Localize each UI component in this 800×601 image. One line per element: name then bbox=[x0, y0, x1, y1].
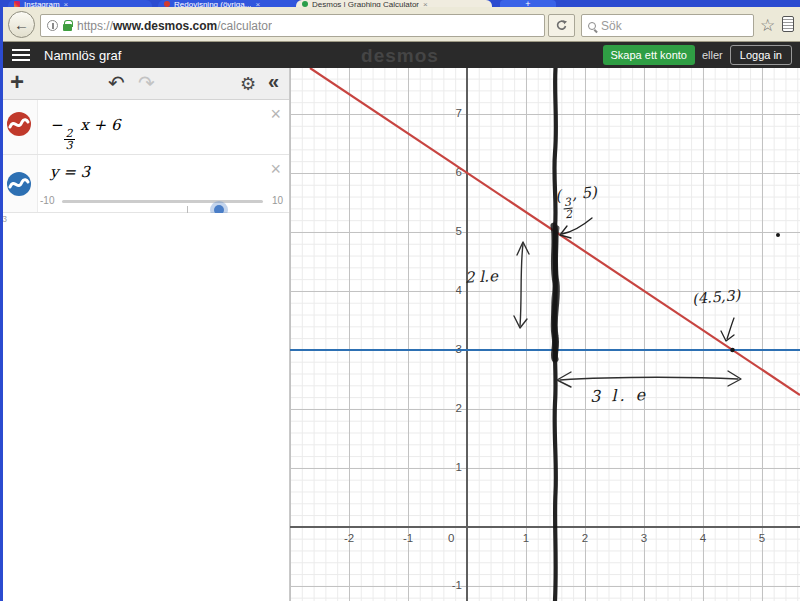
browser-tab-bar: Instagram × Redovisning (övriga... × Des… bbox=[0, 0, 800, 7]
expression-latex[interactable]: −23 x + 6 bbox=[50, 116, 120, 151]
horizontal-measure-arrow bbox=[557, 371, 741, 387]
desmos-header: Namnlös graf desmos Skapa ett konto elle… bbox=[0, 42, 800, 68]
signup-button[interactable]: Skapa ett konto bbox=[603, 45, 695, 65]
login-button[interactable]: Logga in bbox=[730, 45, 792, 65]
page-info-icon[interactable] bbox=[47, 20, 58, 31]
slider-max-label[interactable]: 10 bbox=[272, 195, 283, 206]
tab-redovisning[interactable]: Redovisning (övriga... × bbox=[158, 0, 300, 7]
gear-icon[interactable]: ⚙ bbox=[240, 73, 256, 95]
expression-style-cell[interactable] bbox=[0, 100, 38, 154]
drawn-line-scribble bbox=[554, 228, 557, 358]
url-path: /calculator bbox=[217, 19, 272, 33]
point1-arrow bbox=[560, 218, 592, 238]
bookmark-star-icon[interactable]: ☆ bbox=[760, 15, 775, 36]
slider: -10 10 bbox=[38, 191, 289, 213]
reload-icon bbox=[555, 19, 568, 32]
expressions-panel: + ↶ ↷ ⚙ « 1 −23 x + 6 × 2 bbox=[0, 68, 290, 601]
back-button[interactable]: ← bbox=[8, 11, 35, 38]
vertical-measure-arrow bbox=[514, 242, 529, 328]
browser-window: Instagram × Redovisning (övriga... × Des… bbox=[0, 0, 800, 601]
search-box[interactable] bbox=[581, 14, 754, 37]
graph-canvas[interactable]: -2 -1 1 2 3 4 5 0 7 6 5 4 3 2 1 -1 bbox=[290, 68, 800, 601]
stray-dot bbox=[776, 233, 780, 237]
url-text: https://www.desmos.com/calculator bbox=[77, 19, 272, 33]
browser-navbar: ← https://www.desmos.com/calculator ☆ bbox=[0, 7, 800, 42]
point1-annotation: (32, 5) bbox=[554, 183, 599, 221]
window-border bbox=[0, 7, 3, 601]
expression-row-3[interactable]: 3 bbox=[0, 213, 289, 253]
or-label: eller bbox=[702, 49, 723, 61]
search-input[interactable] bbox=[601, 19, 731, 33]
tab-instagram[interactable]: Instagram × bbox=[8, 0, 152, 7]
new-tab-button[interactable]: + bbox=[500, 0, 556, 7]
delete-expression-icon[interactable]: × bbox=[270, 159, 281, 180]
bookmarks-list-icon[interactable] bbox=[782, 16, 794, 32]
expression-row-1[interactable]: 1 −23 x + 6 × bbox=[0, 100, 289, 155]
url-bar[interactable]: https://www.desmos.com/calculator bbox=[40, 14, 545, 37]
point2-arrow bbox=[721, 318, 734, 341]
delete-expression-icon[interactable]: × bbox=[270, 104, 281, 125]
expression-latex[interactable]: y = 3 bbox=[50, 163, 90, 181]
intersection-point[interactable] bbox=[730, 348, 735, 353]
vertical-measure-label: 2 l.e bbox=[465, 267, 499, 287]
slider-track[interactable] bbox=[62, 200, 263, 203]
expression-row-2[interactable]: 2 y = 3 × -10 10 bbox=[0, 155, 289, 213]
search-icon bbox=[588, 22, 596, 30]
tab-desmos-active[interactable]: Desmos | Graphing Calculator × bbox=[296, 0, 492, 7]
slider-min-label[interactable]: -10 bbox=[40, 195, 54, 206]
back-icon: ← bbox=[14, 16, 29, 33]
expressions-toolbar: + ↶ ↷ ⚙ « bbox=[0, 68, 289, 100]
url-scheme: https:// bbox=[77, 19, 113, 33]
redo-button[interactable]: ↷ bbox=[138, 71, 155, 95]
https-lock-icon bbox=[63, 24, 72, 31]
url-domain: www.desmos.com bbox=[113, 19, 217, 33]
horizontal-measure-label: 3 l. e bbox=[590, 385, 649, 406]
reload-button[interactable] bbox=[548, 14, 575, 37]
line-style-icon bbox=[6, 111, 32, 137]
expression-style-cell[interactable] bbox=[0, 155, 38, 212]
undo-button[interactable]: ↶ bbox=[108, 71, 125, 95]
collapse-panel-button[interactable]: « bbox=[268, 70, 279, 93]
add-expression-button[interactable]: + bbox=[10, 68, 24, 96]
line-style-icon bbox=[6, 171, 32, 197]
